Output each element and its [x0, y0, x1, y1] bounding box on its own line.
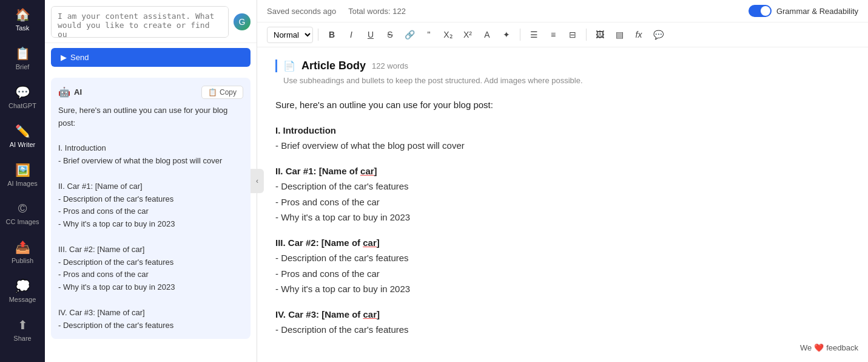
image-button[interactable]: 🖼 — [591, 26, 608, 43]
sidebar-item-label: AI Images — [7, 180, 38, 187]
ai-message-content: Sure, here's an outline you can use for … — [58, 104, 243, 332]
brief-icon: 📋 — [15, 46, 30, 61]
section-2-line-3: - Why it's a top car to buy in 2023 — [275, 212, 410, 222]
comment-button[interactable]: 💬 — [650, 26, 667, 43]
article-body-title: Article Body — [301, 60, 366, 72]
task-icon: 🏠 — [15, 7, 30, 22]
editor-section-2: II. Car #1: [Name of car] - Description … — [275, 163, 850, 225]
italic-button[interactable]: I — [343, 26, 360, 43]
sidebar-item-chatgpt[interactable]: 💬 ChatGPT — [0, 78, 45, 117]
message-icon: 💭 — [15, 279, 30, 293]
send-arrow-icon: ▶ — [61, 53, 67, 62]
sidebar-item-ai-writer[interactable]: ✏️ AI Writer — [0, 117, 45, 155]
section-1-heading: I. Introduction — [275, 125, 336, 135]
section-3-line-3: - Why it's a top car to buy in 2023 — [275, 284, 410, 294]
unordered-list-button[interactable]: ≡ — [545, 26, 562, 43]
toolbar-divider-3 — [586, 29, 587, 41]
feedback-prefix: We — [800, 343, 812, 352]
sidebar-item-label: Task — [16, 24, 30, 32]
editor-section-1: I. Introduction - Brief overview of what… — [275, 123, 850, 154]
section-2-heading: II. Car #1: [Name of car] — [275, 166, 377, 176]
sidebar-item-ai-images[interactable]: 🖼️ AI Images — [0, 155, 45, 194]
toolbar-divider-1 — [318, 29, 318, 41]
section-3-line-1: - Description of the car's features — [275, 253, 409, 263]
article-body-icon: 📄 — [283, 60, 295, 72]
heart-icon: ❤️ — [814, 343, 824, 352]
editor-section-3: III. Car #2: [Name of car] - Description… — [275, 235, 850, 297]
word-count: Total words: 122 — [348, 7, 406, 16]
chatgpt-icon: 💬 — [15, 85, 30, 100]
ordered-list-button[interactable]: ☰ — [525, 26, 542, 43]
sidebar-item-label: AI Writer — [10, 141, 36, 148]
table-button[interactable]: ▤ — [611, 26, 628, 43]
ai-name: AI — [74, 86, 82, 98]
section-3-line-2: - Pros and cons of the car — [275, 268, 380, 279]
ai-images-icon: 🖼️ — [15, 163, 30, 177]
text-color-button[interactable]: A — [479, 26, 496, 43]
send-label: Send — [70, 53, 89, 62]
sidebar-item-cc-images[interactable]: © CC Images — [0, 194, 45, 233]
feedback-text: feedback — [826, 343, 858, 352]
ai-writer-icon: ✏️ — [15, 124, 30, 138]
ai-label: 🤖 AI — [58, 85, 82, 100]
sidebar-item-message[interactable]: 💭 Message — [0, 272, 45, 310]
copy-label: Copy — [220, 88, 237, 97]
editor-topbar: Saved seconds ago Total words: 122 Gramm… — [257, 0, 868, 22]
editor-toolbar: Normal B I U S 🔗 " X₂ X² A ✦ ☰ ≡ ⊟ 🖼 ▤ f… — [257, 22, 868, 47]
subscript-button[interactable]: X₂ — [440, 26, 457, 43]
section-4-heading: IV. Car #3: [Name of car] — [275, 309, 380, 319]
send-button[interactable]: ▶ Send — [51, 48, 251, 67]
feedback-bar[interactable]: We ❤️ feedback — [800, 343, 858, 352]
editor-section-4: IV. Car #3: [Name of car] - Description … — [275, 307, 850, 338]
share-icon: ⬆ — [18, 318, 28, 332]
chat-panel: G ▶ Send 🤖 AI 📋 Copy Sure, here's an out… — [45, 0, 257, 362]
sidebar-item-label: ChatGPT — [8, 102, 36, 109]
article-body-hint: Use subheadings and bullets to keep the … — [275, 76, 850, 85]
word-count-label: Total words: — [348, 7, 390, 16]
article-word-count: 122 words — [372, 61, 408, 70]
quote-button[interactable]: " — [420, 26, 437, 43]
editor-text-body[interactable]: Sure, here's an outline you can use for … — [275, 97, 850, 338]
chat-messages: 🤖 AI 📋 Copy Sure, here's an outline you … — [45, 72, 257, 362]
grammar-label: Grammar & Readability — [776, 7, 858, 16]
section-2-line-1: - Description of the car's features — [275, 181, 409, 191]
formula-button[interactable]: fx — [630, 26, 647, 43]
sidebar: 🏠 Task 📋 Brief 💬 ChatGPT ✏️ AI Writer 🖼️… — [0, 0, 45, 362]
underline-button[interactable]: U — [362, 26, 379, 43]
superscript-button[interactable]: X² — [459, 26, 476, 43]
section-1-line-1: - Brief overview of what the blog post w… — [275, 140, 465, 151]
indent-button[interactable]: ⊟ — [564, 26, 581, 43]
strikethrough-button[interactable]: S — [382, 26, 399, 43]
publish-icon: 📤 — [15, 240, 30, 254]
sidebar-item-label: Brief — [16, 63, 30, 70]
editor-content[interactable]: 📄 Article Body 122 words Use subheadings… — [257, 47, 868, 362]
sidebar-item-label: CC Images — [5, 218, 39, 225]
word-count-value: 122 — [392, 7, 406, 16]
ai-message-header: 🤖 AI 📋 Copy — [58, 85, 243, 100]
style-select[interactable]: Normal — [267, 27, 313, 43]
sidebar-item-task[interactable]: 🏠 Task — [0, 0, 45, 39]
section-3-heading: III. Car #2: [Name of car] — [275, 237, 380, 248]
section-4-line-1: - Description of the car's features — [275, 324, 409, 335]
highlight-button[interactable]: ✦ — [498, 26, 515, 43]
collapse-handle[interactable]: ‹ — [251, 169, 264, 193]
sidebar-item-share[interactable]: ⬆ Share — [0, 310, 45, 349]
link-button[interactable]: 🔗 — [401, 26, 418, 43]
editor-intro: Sure, here's an outline you can use for … — [275, 97, 850, 113]
chat-input[interactable] — [51, 6, 229, 38]
saved-status: Saved seconds ago — [267, 7, 336, 16]
gemini-icon: G — [234, 13, 251, 30]
bold-button[interactable]: B — [323, 26, 340, 43]
chat-input-area: G — [45, 0, 257, 43]
ai-avatar-icon: 🤖 — [58, 85, 70, 100]
sidebar-item-publish[interactable]: 📤 Publish — [0, 233, 45, 272]
sidebar-item-label: Publish — [12, 257, 33, 264]
copy-icon: 📋 — [208, 88, 217, 97]
grammar-toggle-switch[interactable] — [749, 5, 772, 17]
copy-button[interactable]: 📋 Copy — [201, 86, 243, 99]
sidebar-item-label: Message — [9, 296, 36, 303]
sidebar-item-label: Share — [13, 335, 31, 342]
section-2-line-2: - Pros and cons of the car — [275, 197, 380, 207]
sidebar-item-brief[interactable]: 📋 Brief — [0, 39, 45, 78]
ai-message: 🤖 AI 📋 Copy Sure, here's an outline you … — [51, 78, 251, 339]
